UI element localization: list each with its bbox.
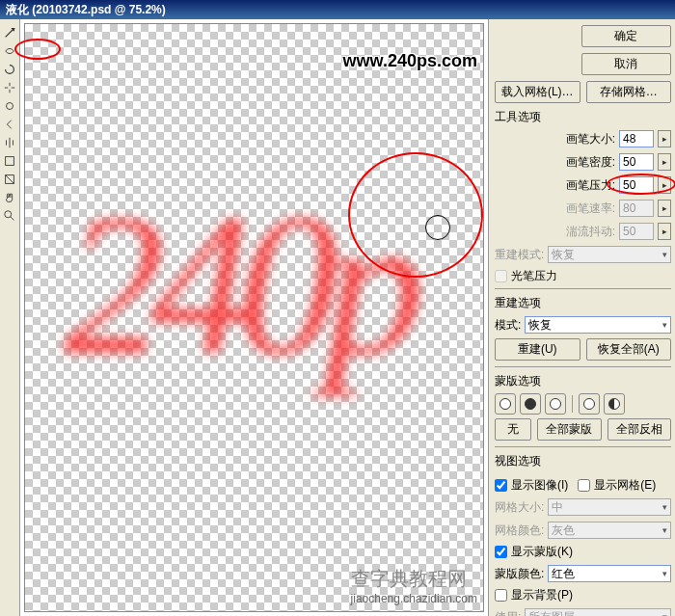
brush-rate-slider <box>658 200 671 217</box>
mode-dropdown[interactable]: 恢复 <box>525 316 671 334</box>
show-bg-checkbox[interactable] <box>495 589 507 602</box>
invert-all-button[interactable]: 全部反相 <box>608 418 672 441</box>
zoom-tool[interactable] <box>2 208 17 224</box>
mirror-tool[interactable] <box>2 135 17 150</box>
options-panel: 确定 取消 载入网格(L)… 存储网格… 工具选项 画笔大小: 画笔密度: 画笔… <box>488 19 675 616</box>
mask-options-heading: 蒙版选项 <box>495 373 671 389</box>
brush-size-slider[interactable] <box>658 130 671 147</box>
title-bar: 液化 (20103742.psd @ 75.2%) <box>0 0 675 19</box>
rebuild-button[interactable]: 重建(U) <box>495 338 580 361</box>
mask-invert-icon[interactable] <box>604 393 625 415</box>
watermark: www.240ps.com <box>343 51 477 71</box>
load-mesh-button[interactable]: 载入网格(L)… <box>495 81 580 103</box>
mask-replace-icon[interactable] <box>495 393 516 415</box>
annotation-pressure-highlight <box>607 174 675 195</box>
brush-rate-input <box>619 200 654 217</box>
canvas[interactable]: 240p www.240ps.com 查字典教程网 jiaocheng.chaz… <box>24 23 484 612</box>
mesh-color-label: 网格颜色: <box>495 522 544 539</box>
watermark-bottom: 查字典教程网 jiaocheng.chazidian.com <box>351 566 477 605</box>
show-bg-label: 显示背景(P) <box>511 587 573 603</box>
mask-none-button[interactable]: 无 <box>495 418 531 441</box>
watermark-cn: 查字典教程网 <box>351 568 467 589</box>
svg-rect-1 <box>6 157 14 166</box>
freeze-mask-tool[interactable] <box>2 153 17 169</box>
brush-rate-label: 画笔速率: <box>566 201 615 217</box>
restore-all-button[interactable]: 恢复全部(A) <box>586 338 672 361</box>
hand-tool[interactable] <box>2 190 17 205</box>
save-mesh-button[interactable]: 存储网格… <box>586 81 672 103</box>
push-left-tool[interactable] <box>2 117 17 132</box>
turb-jitter-input <box>619 223 654 240</box>
rebuild-mode-label: 重建模式: <box>495 247 544 263</box>
stylus-pressure-label: 光笔压力 <box>511 268 557 284</box>
show-mask-label: 显示蒙版(K) <box>511 544 573 560</box>
canvas-area: 240p www.240ps.com 查字典教程网 jiaocheng.chaz… <box>20 19 488 616</box>
thaw-mask-tool[interactable] <box>2 172 17 187</box>
mesh-size-dropdown: 中 <box>548 498 671 516</box>
main-area: 240p www.240ps.com 查字典教程网 jiaocheng.chaz… <box>0 19 675 616</box>
mask-intersect-icon[interactable] <box>579 393 600 415</box>
brush-density-label: 画笔密度: <box>566 154 615 171</box>
brush-density-slider[interactable] <box>658 153 671 171</box>
mask-color-label: 蒙版颜色: <box>495 566 544 582</box>
toolbox <box>0 19 20 616</box>
rebuild-mode-dropdown: 恢复 <box>548 246 671 263</box>
cancel-button[interactable]: 取消 <box>581 53 672 75</box>
show-mesh-checkbox[interactable] <box>578 479 590 492</box>
mask-color-dropdown[interactable]: 红色 <box>548 565 671 582</box>
mode-label: 模式: <box>495 317 521 334</box>
window-title: 液化 (20103742.psd @ 75.2%) <box>6 2 166 18</box>
turb-jitter-label: 湍流抖动: <box>566 224 615 240</box>
show-mesh-label: 显示网格(E) <box>594 477 656 494</box>
mesh-color-dropdown: 灰色 <box>548 522 671 539</box>
show-image-label: 显示图像(I) <box>511 477 568 494</box>
turb-jitter-slider <box>658 223 671 240</box>
watermark-py: jiaocheng.chazidian.com <box>351 592 477 605</box>
mask-add-icon[interactable] <box>520 393 541 415</box>
forward-warp-tool[interactable] <box>2 25 17 40</box>
show-mask-checkbox[interactable] <box>495 546 507 558</box>
svg-point-0 <box>7 103 14 110</box>
svg-point-3 <box>5 211 12 218</box>
rebuild-options-heading: 重建选项 <box>495 295 671 311</box>
use-dropdown: 所有图层 <box>525 608 671 616</box>
mask-all-button[interactable]: 全部蒙版 <box>537 418 602 441</box>
brush-size-input[interactable] <box>619 130 654 147</box>
use-label: 使用: <box>495 609 521 617</box>
mesh-size-label: 网格大小: <box>495 499 544 516</box>
annotation-canvas-highlight <box>348 152 483 278</box>
pucker-tool[interactable] <box>2 80 17 95</box>
ok-button[interactable]: 确定 <box>581 25 672 47</box>
mask-subtract-icon[interactable] <box>545 393 566 415</box>
brush-density-input[interactable] <box>619 153 654 171</box>
stylus-pressure-checkbox <box>495 270 507 282</box>
annotation-tool-highlight <box>14 39 61 60</box>
tool-options-heading: 工具选项 <box>495 109 671 125</box>
bloat-tool[interactable] <box>2 98 17 114</box>
brush-size-label: 画笔大小: <box>566 131 615 147</box>
show-image-checkbox[interactable] <box>495 479 507 492</box>
twirl-tool[interactable] <box>2 62 17 77</box>
view-options-heading: 视图选项 <box>495 453 671 469</box>
